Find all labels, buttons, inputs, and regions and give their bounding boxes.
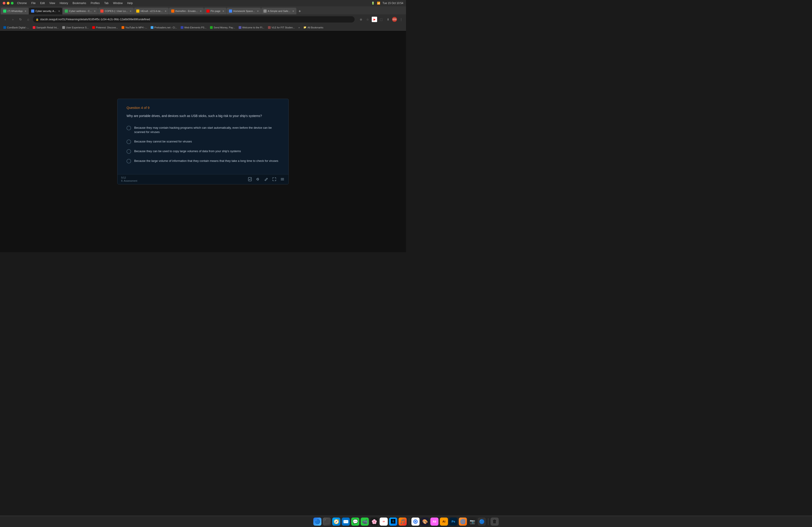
quiz-inner: Question 4 of 9 Why are portable drives,…	[117, 99, 289, 174]
tab-simple[interactable]: A Simple and Safe... ✕	[261, 7, 296, 14]
extensions-icon[interactable]: ⊕	[358, 17, 364, 22]
forward-button[interactable]: ›	[10, 16, 16, 22]
radio-option-3[interactable]	[127, 149, 131, 154]
tab-label: Cyber security, A...	[35, 10, 56, 12]
maximize-button[interactable]	[11, 2, 14, 4]
bookmark-youtube[interactable]: YouTube In MP4 -...	[120, 25, 149, 30]
bookmark-combank[interactable]: ComBank Digital -...	[2, 25, 31, 30]
hamburger-menu-icon[interactable]	[280, 177, 285, 182]
question-header: Question 4 of 9	[127, 106, 279, 109]
menu-dots-icon[interactable]: ⋮	[398, 17, 404, 22]
menu-file[interactable]: File	[31, 2, 35, 5]
tab-themefire[interactable]: themefire - Envato... ✕	[169, 7, 204, 14]
tab-pinterest[interactable]: Pin page ✕	[204, 7, 227, 14]
option-3[interactable]: Because they can be used to copy large v…	[127, 149, 279, 154]
option-text-1: Because they may contain hacking program…	[134, 125, 279, 134]
url-bar[interactable]: 🔒 stacdn.seagull.no/OLP/elearning/detail…	[33, 16, 354, 22]
bookmark-pinterest[interactable]: Pinterest: Discove...	[91, 25, 119, 30]
volume-icon[interactable]	[256, 177, 261, 182]
tab-henull[interactable]: HEnull - v2.5.4-ne... ✕	[134, 7, 169, 14]
bookmark-favicon	[238, 26, 241, 29]
bookmark-sendmoney[interactable]: Send Money, Pay...	[208, 25, 236, 30]
bookmark-welcome[interactable]: Welcome to the FI...	[237, 25, 266, 30]
tab-close-icon[interactable]: ✕	[58, 10, 60, 12]
tab-copes[interactable]: COPES (:::User Lo... ✕	[98, 7, 134, 14]
bookmark-vle[interactable]: VLE for FIT Studen...	[266, 25, 296, 30]
content-area: Question 4 of 9 Why are portable drives,…	[0, 31, 406, 252]
menu-tab[interactable]: Tab	[104, 2, 108, 5]
option-text-2: Because they cannot be scanned for virus…	[134, 139, 192, 144]
radio-option-4[interactable]	[127, 159, 131, 163]
quiz-card: Question 4 of 9 Why are portable drives,…	[117, 99, 289, 184]
screenshot-icon[interactable]: ⬚	[378, 17, 384, 22]
new-tab-button[interactable]: +	[296, 8, 303, 14]
menu-history[interactable]: History	[60, 2, 68, 5]
option-text-4: Because the large volume of information …	[134, 159, 278, 163]
menu-help[interactable]: Help	[127, 2, 133, 5]
footer-section: 8. Assessment	[121, 179, 137, 182]
tab-cybersecurity[interactable]: Cyber security, A... ✕	[29, 7, 62, 14]
option-text-3: Because they can be used to copy large v…	[134, 149, 241, 153]
svg-rect-0	[248, 177, 251, 181]
menu-bookmarks[interactable]: Bookmarks	[73, 2, 86, 5]
option-4[interactable]: Because the large volume of information …	[127, 159, 279, 163]
bookmark-favicon	[268, 26, 271, 29]
option-2[interactable]: Because they cannot be scanned for virus…	[127, 139, 279, 144]
tab-whatsapp[interactable]: (7) WhatsApp ✕	[1, 7, 29, 14]
bookmark-favicon	[92, 26, 95, 29]
menu-window[interactable]: Window	[113, 2, 123, 5]
back-button[interactable]: ‹	[2, 16, 8, 22]
bookmark-star-icon[interactable]: ☆	[365, 17, 371, 22]
menu-chrome[interactable]: Chrome	[17, 2, 27, 5]
profile-icon[interactable]: 659	[392, 17, 397, 22]
tab-close-icon[interactable]: ✕	[130, 10, 131, 12]
download-icon[interactable]: ⬇	[385, 17, 391, 22]
bookmark-favicon	[121, 26, 124, 29]
bookmark-favicon	[181, 26, 183, 29]
bookmarks-overflow[interactable]: »	[297, 25, 301, 30]
tab-favicon	[263, 10, 266, 13]
bookmark-all-bookmarks[interactable]: 📁 All Bookmarks	[302, 25, 325, 30]
tab-close-icon[interactable]: ✕	[292, 10, 294, 12]
youtube-icon[interactable]: ▶	[372, 17, 377, 22]
close-button[interactable]	[3, 2, 5, 4]
tab-favicon	[136, 10, 140, 13]
bookmark-favicon	[151, 26, 154, 29]
footer-progress: 5/12	[121, 176, 137, 179]
titlebar: Chrome File Edit View History Bookmarks …	[0, 0, 406, 6]
bookmark-ux[interactable]: User Experience S...	[61, 25, 90, 30]
edit-icon[interactable]	[264, 177, 269, 182]
tab-homework[interactable]: Homework Space... ✕	[227, 7, 261, 14]
minimize-button[interactable]	[7, 2, 10, 4]
tabs-bar: (7) WhatsApp ✕ Cyber security, A... ✕ Cy…	[0, 6, 406, 14]
bookmark-sampath[interactable]: Sampath Retail Int...	[31, 25, 60, 30]
tab-close-icon[interactable]: ✕	[25, 10, 26, 12]
footer-controls	[247, 177, 285, 182]
bookmark-favicon	[62, 26, 65, 29]
radio-option-1[interactable]	[127, 126, 131, 130]
tab-close-icon[interactable]: ✕	[200, 10, 202, 12]
radio-option-2[interactable]	[127, 139, 131, 144]
bookmark-webels[interactable]: Web Elements PS...	[179, 25, 208, 30]
bookmarks-bar: ComBank Digital -... Sampath Retail Int.…	[0, 24, 406, 31]
bookmark-preloaders[interactable]: Preloaders.net - Ci...	[149, 25, 179, 30]
tab-label: COPES (:::User Lo...	[105, 10, 128, 12]
tab-cyberwellness[interactable]: Cyber wellness - C... ✕	[62, 7, 98, 14]
menu-view[interactable]: View	[49, 2, 55, 5]
reload-button[interactable]: ↻	[18, 16, 24, 22]
tab-close-icon[interactable]: ✕	[165, 10, 166, 12]
tab-favicon	[65, 10, 68, 13]
tab-close-icon[interactable]: ✕	[257, 10, 259, 12]
bookmark-favicon	[33, 26, 35, 29]
home-button[interactable]: ⌂	[25, 16, 31, 22]
tab-favicon	[3, 10, 6, 13]
fullscreen-icon[interactable]	[272, 177, 277, 182]
tab-label: (7) WhatsApp	[8, 10, 23, 12]
option-1[interactable]: Because they may contain hacking program…	[127, 125, 279, 134]
bookmark-check-icon[interactable]	[247, 177, 252, 182]
menu-edit[interactable]: Edit	[40, 2, 45, 5]
menu-profiles[interactable]: Profiles	[91, 2, 100, 5]
tab-close-icon[interactable]: ✕	[94, 10, 96, 12]
bookmark-favicon	[3, 26, 6, 29]
tab-close-icon[interactable]: ✕	[222, 10, 224, 12]
